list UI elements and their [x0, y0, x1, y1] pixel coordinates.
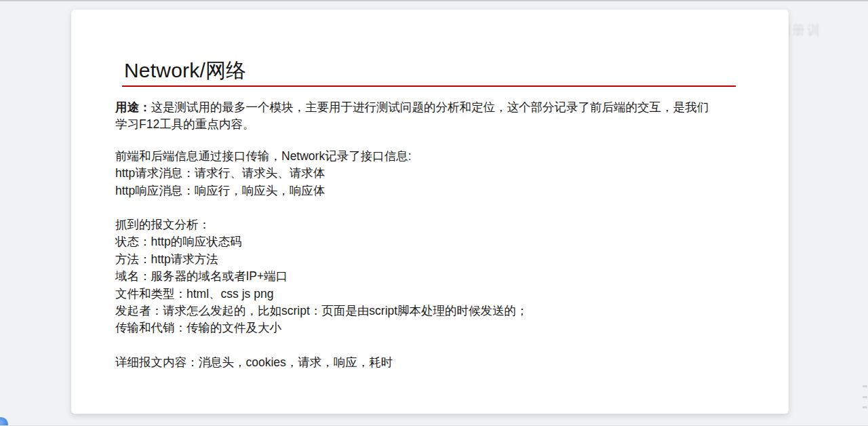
right-edge-marks	[863, 385, 867, 408]
page-body: 用途：这是测试用的最多一个模块，主要用于进行测试问题的分析和定位，这个部分记录了…	[115, 99, 736, 388]
body-line: http请求消息：请求行、请求头、请求体	[115, 165, 736, 182]
screen-top-edge	[0, 0, 868, 1]
body-line: 传输和代销：传输的文件及大小	[115, 320, 736, 336]
document-page: Network/网络 用途：这是测试用的最多一个模块，主要用于进行测试问题的分析…	[71, 9, 789, 414]
body-line: http响应消息：响应行，响应头，响应体	[115, 182, 736, 199]
paragraph-detail-content: 详细报文内容：消息头，cookies，请求，响应，耗时	[115, 354, 736, 371]
body-line: 前端和后端信息通过接口传输，Network记录了接口信息:	[115, 148, 736, 165]
body-line: 发起者：请求怎么发起的，比如script：页面是由script脚本处理的时候发送…	[115, 303, 736, 320]
body-line: 状态：http的响应状态码	[115, 233, 736, 250]
purpose-label: 用途：	[115, 100, 151, 114]
body-line: 详细报文内容：消息头，cookies，请求，响应，耗时	[115, 354, 736, 371]
body-line: 方法：http请求方法	[115, 251, 736, 268]
paragraph-http-messages: 前端和后端信息通过接口传输，Network记录了接口信息: http请求消息：请…	[115, 148, 736, 199]
body-line: 用途：这是测试用的最多一个模块，主要用于进行测试问题的分析和定位，这个部分记录了…	[115, 99, 736, 116]
title-underline-rule	[122, 85, 736, 87]
body-line: 域名：服务器的域名或者IP+端口	[115, 268, 736, 285]
body-line: 学习F12工具的重点内容。	[115, 116, 736, 133]
body-line: 文件和类型：html、css js png	[115, 286, 736, 303]
paragraph-purpose: 用途：这是测试用的最多一个模块，主要用于进行测试问题的分析和定位，这个部分记录了…	[115, 99, 736, 134]
page-title: Network/网络	[124, 57, 246, 85]
paragraph-packet-analysis: 抓到的报文分析： 状态：http的响应状态码 方法：http请求方法 域名：服务…	[115, 216, 736, 337]
body-line: 抓到的报文分析：	[115, 216, 736, 233]
body-line-text: 这是测试用的最多一个模块，主要用于进行测试问题的分析和定位，这个部分记录了前后端…	[151, 100, 709, 114]
